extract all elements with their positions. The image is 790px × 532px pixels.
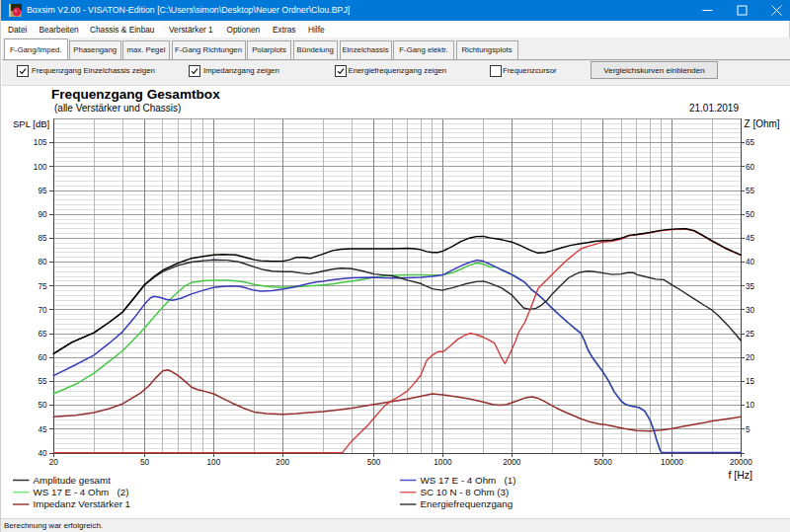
svg-text:10000: 10000 — [661, 458, 683, 467]
svg-text:20000: 20000 — [730, 458, 752, 467]
svg-text:20: 20 — [49, 458, 59, 467]
svg-text:60: 60 — [38, 353, 47, 362]
svg-text:SC 10 N - 8 Ohm (3): SC 10 N - 8 Ohm (3) — [421, 487, 510, 497]
svg-text:f [Hz]: f [Hz] — [728, 469, 752, 481]
svg-text:60: 60 — [746, 163, 755, 172]
svg-text:50: 50 — [38, 401, 47, 410]
svg-text:15: 15 — [746, 377, 755, 386]
svg-text:40: 40 — [38, 449, 47, 458]
svg-text:5: 5 — [746, 425, 750, 434]
svg-text:20: 20 — [746, 353, 755, 362]
svg-text:5000: 5000 — [593, 458, 612, 467]
svg-text:50: 50 — [746, 210, 755, 219]
svg-text:70: 70 — [38, 306, 47, 315]
svg-text:200: 200 — [276, 458, 289, 467]
svg-text:10: 10 — [746, 401, 755, 410]
svg-text:WS 17 E - 4 Ohm (1): WS 17 E - 4 Ohm (1) — [421, 475, 516, 486]
svg-text:65: 65 — [746, 138, 755, 147]
svg-text:2000: 2000 — [503, 458, 521, 467]
svg-text:85: 85 — [38, 234, 47, 243]
svg-text:500: 500 — [367, 458, 381, 467]
svg-text:95: 95 — [38, 187, 47, 195]
svg-text:80: 80 — [38, 258, 47, 266]
svg-text:Energiefrequenzgang: Energiefrequenzgang — [421, 498, 514, 509]
svg-text:55: 55 — [746, 187, 755, 195]
svg-text:45: 45 — [38, 425, 47, 434]
svg-text:25: 25 — [746, 330, 755, 339]
svg-text:45: 45 — [746, 234, 755, 243]
svg-text:100: 100 — [207, 458, 221, 467]
svg-text:Z [Ohm]: Z [Ohm] — [745, 118, 780, 129]
svg-text:75: 75 — [38, 282, 47, 291]
svg-text:Impedanz Verstärker 1: Impedanz Verstärker 1 — [34, 498, 131, 509]
svg-text:105: 105 — [34, 138, 47, 147]
svg-text:40: 40 — [746, 258, 755, 266]
svg-text:SPL [dB]: SPL [dB] — [13, 118, 49, 129]
svg-text:30: 30 — [746, 306, 755, 315]
svg-text:Amplitude gesamt: Amplitude gesamt — [34, 475, 112, 486]
svg-text:100: 100 — [34, 163, 47, 172]
svg-text:WS 17 E - 4 Ohm (2): WS 17 E - 4 Ohm (2) — [34, 487, 129, 497]
svg-text:55: 55 — [38, 377, 47, 386]
svg-text:90: 90 — [38, 210, 47, 219]
svg-text:1000: 1000 — [434, 458, 452, 467]
svg-text:65: 65 — [38, 330, 47, 339]
svg-text:50: 50 — [140, 458, 150, 467]
svg-text:35: 35 — [746, 282, 755, 291]
